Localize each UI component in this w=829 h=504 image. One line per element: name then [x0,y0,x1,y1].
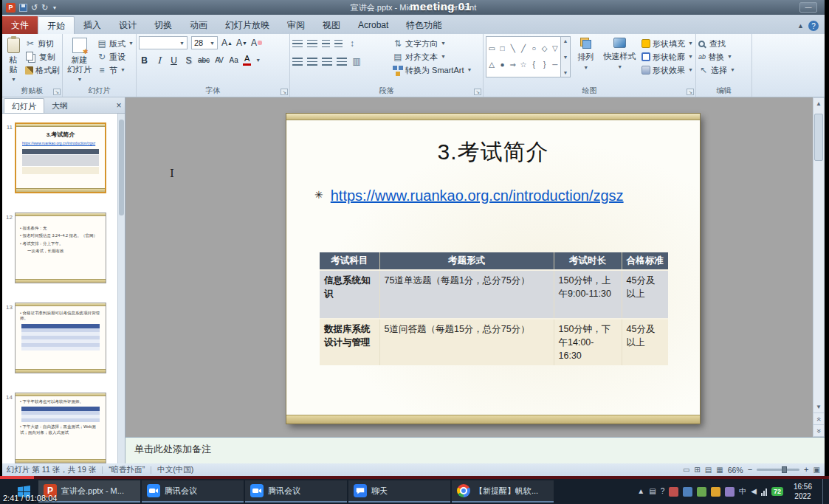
zoom-slider[interactable] [757,469,799,471]
align-center-icon[interactable] [307,58,317,66]
tray-icon[interactable] [711,487,720,497]
new-slide-button[interactable]: 新建幻灯片▼ [65,36,94,85]
network-icon[interactable] [761,488,767,496]
tab-acrobat[interactable]: Acrobat [349,16,397,34]
slide-thumbnail[interactable]: 报名条件：无 报名时间预估是 3.24~4.2 报名。（官网） 考试安排：分上下… [15,213,106,283]
slide-canvas-area[interactable]: I 3.考试简介 ✳https://www.ruankao.org.cn/int… [125,97,813,437]
section-button[interactable]: ≡节▼ [97,65,134,75]
copy-button[interactable]: 复制 [25,52,60,62]
next-slide-button[interactable]: » [813,424,824,436]
tab-slideshow[interactable]: 幻灯片放映 [216,16,278,34]
bold-button[interactable]: B [139,54,150,66]
increase-indent-icon[interactable] [334,40,343,48]
panel-close-icon[interactable]: × [113,98,125,113]
tab-home[interactable]: 开始 [38,16,75,34]
language-indicator[interactable]: 中文(中国) [157,465,193,475]
cut-button[interactable]: ✂剪切 [25,38,60,49]
scroll-down-icon[interactable]: ▼ [816,401,822,412]
paragraph-dialog-launcher[interactable]: ↘ [474,89,481,95]
select-button[interactable]: ↖选择▼ [698,65,735,75]
shape-effects-button[interactable]: 形状效果▼ [641,65,693,75]
smartart-button[interactable]: 转换为 SmartArt▼ [393,65,472,75]
shape-outline-button[interactable]: 形状轮廓▼ [641,52,693,62]
format-painter-button[interactable]: 格式刷 [25,65,60,75]
reset-button[interactable]: ↻重设 [97,52,134,62]
font-dialog-launcher[interactable]: ↘ [281,89,288,95]
change-case-button[interactable]: Aa [228,54,239,66]
previous-slide-button[interactable]: « [813,412,824,424]
tab-special[interactable]: 特色功能 [397,16,450,34]
text-direction-button[interactable]: ⇅文字方向▼ [393,38,472,49]
tray-icon[interactable] [725,487,735,497]
tab-insert[interactable]: 插入 [75,16,110,34]
zoom-in-button[interactable]: + [804,466,808,474]
columns-icon[interactable]: ▥ [351,57,362,66]
tray-help-icon[interactable]: ? [661,488,665,495]
battery-indicator[interactable]: 72 [771,487,783,496]
tray-icon[interactable] [669,487,678,497]
tab-transitions[interactable]: 切换 [145,16,181,34]
taskbar-app-chrome[interactable]: 【新提醒】帆软... [452,480,554,503]
show-desktop-button[interactable] [822,479,826,504]
underline-button[interactable]: U [168,54,179,66]
shapes-gallery-scroll[interactable]: ▲▼▼ [561,36,571,77]
quick-styles-button[interactable]: 快速样式▼ [600,36,639,85]
character-spacing-button[interactable]: AV [213,54,224,66]
tab-review[interactable]: 审阅 [278,16,314,34]
font-name-combo[interactable]: ▼ [139,36,188,49]
minimize-ribbon-icon[interactable]: ▲ [797,22,804,30]
zoom-slider-thumb[interactable] [782,466,787,473]
shapes-gallery[interactable]: ▭□╲╱○◇▽ △●⇒☆{}─ [486,36,561,77]
slide-hyperlink[interactable]: https://www.ruankao.org.cn/introduction/… [331,187,624,204]
italic-button[interactable]: I [154,54,165,66]
zoom-out-button[interactable]: − [748,466,752,474]
shrink-font-button[interactable]: A▼ [236,37,247,49]
tray-icon[interactable] [683,487,692,497]
tab-slides-pane[interactable]: 幻灯片 [4,98,44,113]
reading-view-icon[interactable]: ▤ [705,466,712,474]
slide-thumbnail-current[interactable]: 3.考试简介 https://www.ruankao.org.cn/introd… [15,122,106,193]
justify-icon[interactable] [337,58,347,66]
arrange-button[interactable]: 排列▼ [574,36,597,85]
clipboard-dialog-launcher[interactable]: ↘ [53,89,61,95]
input-method-icon[interactable]: 中 [739,488,746,495]
font-color-button[interactable]: A [243,55,251,66]
fit-to-window-icon[interactable]: ▣ [813,466,820,474]
replace-button[interactable]: ab替换▼ [698,52,735,62]
decrease-indent-icon[interactable] [322,40,330,48]
shape-fill-button[interactable]: 形状填充▼ [641,38,693,49]
slide[interactable]: 3.考试简介 ✳https://www.ruankao.org.cn/intro… [286,114,700,424]
bullets-icon[interactable] [292,40,303,48]
find-button[interactable]: 查找 [698,38,735,49]
canvas-scrollbar[interactable]: ▲ ▼ « » [813,97,825,437]
text-shadow-button[interactable]: S [183,54,194,66]
slide-bullet-block[interactable]: ✳https://www.ruankao.org.cn/introduction… [314,184,673,207]
taskbar-app-chat[interactable]: 聊天 [348,480,450,503]
speaker-icon[interactable]: ◀ [751,488,757,495]
paste-button[interactable]: 粘贴▼ [4,36,22,85]
tray-icon[interactable] [697,487,706,497]
tab-view[interactable]: 视图 [314,16,349,34]
help-icon[interactable]: ? [808,21,819,31]
align-text-button[interactable]: ▤对齐文本▼ [393,52,472,62]
slide-thumbnail[interactable]: 下半年软考也可以考软件评测师。 下午大题：自由选择；黑盒测试；Web测试；面向对… [15,393,106,463]
taskbar-app-meeting-1[interactable]: 腾讯会议 [142,480,244,503]
drawing-dialog-launcher[interactable]: ↘ [687,89,694,95]
clear-formatting-button[interactable]: A [251,37,262,49]
tray-icon[interactable]: ▤ [649,488,656,495]
normal-view-icon[interactable]: ▭ [683,466,689,474]
strikethrough-button[interactable]: abc [198,54,210,66]
grow-font-button[interactable]: A▲ [221,37,233,49]
font-size-combo[interactable]: 28▼ [191,36,218,49]
slideshow-icon[interactable]: ▦ [716,466,723,474]
taskbar-clock[interactable]: 16:56 2022 [794,482,812,501]
scroll-up-icon[interactable]: ▲ [816,98,822,109]
slide-title[interactable]: 3.考试简介 [286,137,700,168]
numbering-icon[interactable] [307,40,317,48]
taskbar-app-meeting-2[interactable]: 腾讯会议 [245,480,347,503]
tab-file[interactable]: 文件 [2,16,38,34]
slide-sorter-icon[interactable]: ⊞ [694,466,700,474]
panel-scrollbar[interactable] [117,114,125,463]
tab-animations[interactable]: 动画 [181,16,216,34]
tab-outline-pane[interactable]: 大纲 [44,98,75,113]
